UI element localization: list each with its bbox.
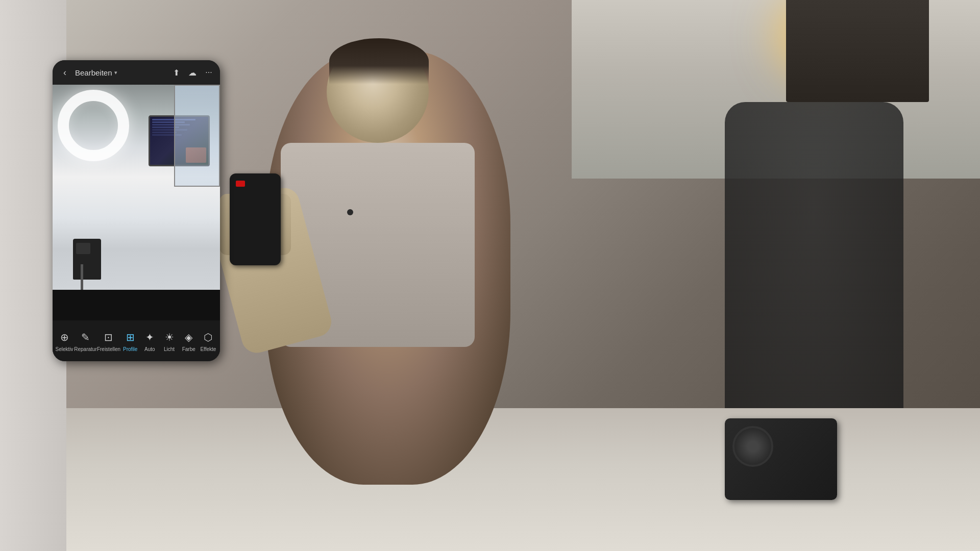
freistellen-label: Freistellen <box>97 346 120 352</box>
photo-window <box>174 85 220 187</box>
farbe-icon: ◈ <box>182 330 196 344</box>
photo-camera-lens-area <box>76 243 90 254</box>
topbar-title: Bearbeiten ▾ <box>75 68 167 77</box>
toolbar-item-effekte[interactable]: ⬡ Effekte <box>199 330 218 352</box>
phone-topbar: ‹ Bearbeiten ▾ ⬆ ☁ ··· <box>53 60 220 85</box>
photo-area <box>53 85 220 290</box>
profile-label: Profile <box>123 346 137 352</box>
auto-label: Auto <box>144 346 155 352</box>
back-icon: ‹ <box>63 67 66 78</box>
chair <box>725 102 903 459</box>
share-icon[interactable]: ⬆ <box>170 68 182 78</box>
phone-toolbar: ⊕ Selektiv ✎ Reparatur ⊡ Freistellen ⊞ P… <box>53 320 220 361</box>
freistellen-icon: ⊡ <box>102 330 116 344</box>
selektiv-icon: ⊕ <box>57 330 71 344</box>
effekte-label: Effekte <box>200 346 216 352</box>
more-icon[interactable]: ··· <box>203 68 215 77</box>
phone-indicator <box>236 181 245 187</box>
title-text: Bearbeiten <box>75 68 112 77</box>
camera-lens <box>732 426 773 467</box>
toolbar-item-reparatur[interactable]: ✎ Reparatur <box>74 330 96 352</box>
scene: ‹ Bearbeiten ▾ ⬆ ☁ ··· <box>0 0 980 551</box>
photo-tripod <box>81 264 83 290</box>
toolbar-item-selektiv[interactable]: ⊕ Selektiv <box>55 330 74 352</box>
toolbar-item-profile[interactable]: ⊞ Profile <box>120 330 140 352</box>
farbe-label: Farbe <box>182 346 195 352</box>
photo-ring-light <box>58 90 129 161</box>
topbar-icons: ⬆ ☁ ··· <box>170 68 215 78</box>
effekte-icon: ⬡ <box>201 330 215 344</box>
toolbar-item-auto[interactable]: ✦ Auto <box>140 330 159 352</box>
dark-strip <box>53 290 220 320</box>
cloud-icon[interactable]: ☁ <box>186 68 199 78</box>
held-phone <box>230 173 281 265</box>
shelving-unit <box>786 0 929 102</box>
photo-camera <box>73 239 101 280</box>
licht-icon: ☀ <box>162 330 177 344</box>
toolbar-item-freistellen[interactable]: ⊡ Freistellen <box>97 330 120 352</box>
dropdown-arrow-icon[interactable]: ▾ <box>114 69 117 76</box>
licht-label: Licht <box>164 346 175 352</box>
reparatur-icon: ✎ <box>78 330 92 344</box>
toolbar-item-licht[interactable]: ☀ Licht <box>160 330 179 352</box>
camera-on-desk <box>725 418 837 500</box>
lapel-mic <box>347 209 353 215</box>
toolbar-item-farbe[interactable]: ◈ Farbe <box>179 330 199 352</box>
profile-icon: ⊞ <box>123 330 137 344</box>
back-button[interactable]: ‹ <box>58 65 72 80</box>
reparatur-label: Reparatur <box>74 346 96 352</box>
selektiv-label: Selektiv <box>56 346 74 352</box>
auto-icon: ✦ <box>142 330 157 344</box>
person-hair <box>329 38 429 84</box>
smartphone-ui: ‹ Bearbeiten ▾ ⬆ ☁ ··· <box>53 60 220 361</box>
